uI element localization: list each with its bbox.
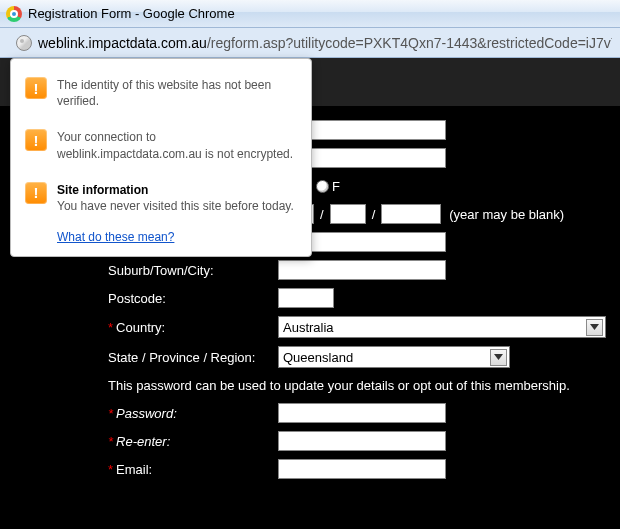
form-row-password: *Password: <box>0 399 620 427</box>
req-password: * <box>108 406 113 421</box>
label-email: *Email: <box>108 462 278 477</box>
dob-sep-1: / <box>320 207 324 222</box>
security-text-identity: The identity of this website has not bee… <box>57 77 297 109</box>
input-reenter[interactable] <box>278 431 446 451</box>
label-country: *Country: <box>108 320 278 335</box>
input-email[interactable] <box>278 459 446 479</box>
svg-marker-1 <box>494 354 503 360</box>
security-row-identity: ! The identity of this website has not b… <box>11 67 311 119</box>
window-title: Registration Form - Google Chrome <box>28 6 235 21</box>
input-password[interactable] <box>278 403 446 423</box>
chrome-icon <box>6 6 22 22</box>
label-postcode: Postcode: <box>108 291 278 306</box>
form-row-reenter: *Re-enter: <box>0 427 620 455</box>
label-state: State / Province / Region: <box>108 350 278 365</box>
chevron-down-icon <box>586 319 603 336</box>
svg-marker-0 <box>590 324 599 330</box>
req-reenter: * <box>108 434 113 449</box>
security-text-siteinfo: Site information You have never visited … <box>57 182 294 214</box>
req-country: * <box>108 320 113 335</box>
form-row-country: *Country: Australia <box>0 312 620 342</box>
warning-icon: ! <box>25 129 47 151</box>
security-text-connection: Your connection to weblink.impactdata.co… <box>57 129 297 161</box>
warning-icon: ! <box>25 77 47 99</box>
chevron-down-icon <box>490 349 507 366</box>
select-state-value: Queensland <box>283 350 353 365</box>
select-state[interactable]: Queensland <box>278 346 510 368</box>
select-country[interactable]: Australia <box>278 316 606 338</box>
form-row-postcode: Postcode: <box>0 284 620 312</box>
form-row-email: *Email: <box>0 455 620 483</box>
security-row-connection: ! Your connection to weblink.impactdata.… <box>11 119 311 171</box>
input-dob-year[interactable] <box>381 204 441 224</box>
security-help-link[interactable]: What do these mean? <box>11 224 311 246</box>
label-reenter: *Re-enter: <box>108 434 278 449</box>
url-text[interactable]: weblink.impactdata.com.au/regform.asp?ut… <box>38 35 612 51</box>
input-dob-month[interactable] <box>330 204 366 224</box>
req-email: * <box>108 462 113 477</box>
address-bar[interactable]: weblink.impactdata.com.au/regform.asp?ut… <box>0 28 620 58</box>
gender-f-label: F <box>332 179 340 194</box>
form-row-state: State / Province / Region: Queensland <box>0 342 620 372</box>
dob-hint: (year may be blank) <box>449 207 564 222</box>
radio-gender-f[interactable] <box>316 180 329 193</box>
input-postcode[interactable] <box>278 288 334 308</box>
dob-sep-2: / <box>372 207 376 222</box>
url-path: /regform.asp?utilitycode=PXKT4Qxn7-1443&… <box>207 35 612 51</box>
security-info-popup: ! The identity of this website has not b… <box>10 58 312 257</box>
window-titlebar: Registration Form - Google Chrome <box>0 0 620 28</box>
label-suburb: Suburb/Town/City: <box>108 263 278 278</box>
warning-icon: ! <box>25 182 47 204</box>
security-row-siteinfo: ! Site information You have never visite… <box>11 172 311 224</box>
password-note: This password can be used to update your… <box>0 372 620 399</box>
label-password: *Password: <box>108 406 278 421</box>
url-host: weblink.impactdata.com.au <box>38 35 207 51</box>
form-row-suburb: Suburb/Town/City: <box>0 256 620 284</box>
input-suburb[interactable] <box>278 260 446 280</box>
select-country-value: Australia <box>283 320 334 335</box>
globe-icon[interactable] <box>16 35 32 51</box>
